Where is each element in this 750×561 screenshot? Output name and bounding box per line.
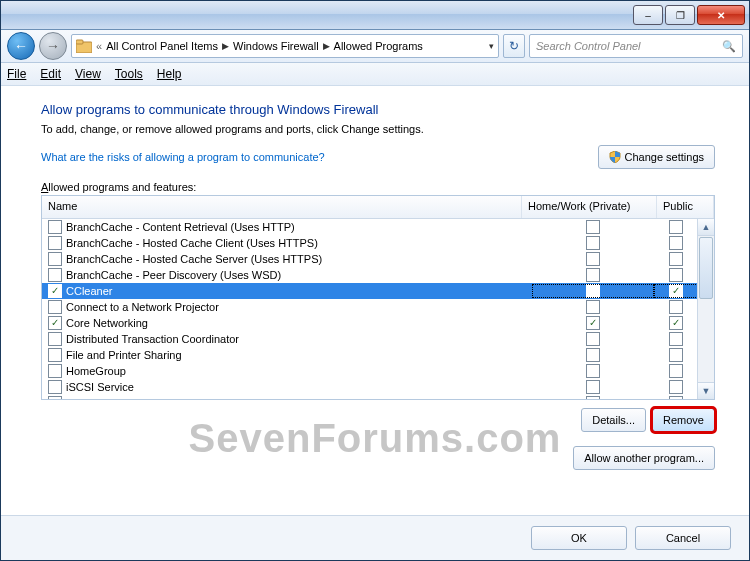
checkbox[interactable]	[669, 396, 683, 399]
window-frame: – ❐ ✕ ← → « All Control Panel Items ▶ Wi…	[0, 0, 750, 561]
chevron-down-icon[interactable]: ▾	[489, 41, 494, 51]
row-label: Media Center Extenders	[66, 397, 185, 399]
checkbox[interactable]	[669, 220, 683, 234]
breadcrumb-prefix: «	[96, 40, 102, 52]
page-title: Allow programs to communicate through Wi…	[41, 102, 715, 117]
control-panel-icon	[76, 39, 92, 53]
table-row[interactable]: BranchCache - Content Retrieval (Uses HT…	[42, 219, 698, 235]
checkbox[interactable]	[48, 252, 62, 266]
menu-help[interactable]: Help	[157, 67, 182, 81]
list-header: Name Home/Work (Private) Public	[42, 196, 714, 219]
table-row[interactable]: BranchCache - Hosted Cache Client (Uses …	[42, 235, 698, 251]
checkbox[interactable]	[586, 348, 600, 362]
checkbox[interactable]	[669, 268, 683, 282]
table-row[interactable]: Distributed Transaction Coordinator	[42, 331, 698, 347]
checkbox[interactable]	[669, 332, 683, 346]
menu-file[interactable]: File	[7, 67, 26, 81]
chevron-right-icon[interactable]: ▶	[222, 41, 229, 51]
row-label: BranchCache - Content Retrieval (Uses HT…	[66, 221, 295, 233]
checkbox[interactable]	[586, 332, 600, 346]
checkbox[interactable]	[48, 396, 62, 399]
allow-another-button[interactable]: Allow another program...	[573, 446, 715, 470]
table-row[interactable]: Media Center Extenders	[42, 395, 698, 399]
search-icon: 🔍	[722, 40, 736, 53]
checkbox[interactable]: ✓	[586, 316, 600, 330]
table-row[interactable]: HomeGroup	[42, 363, 698, 379]
checkbox[interactable]: ✓	[669, 316, 683, 330]
checkbox[interactable]	[669, 364, 683, 378]
checkbox[interactable]	[669, 300, 683, 314]
table-row[interactable]: BranchCache - Peer Discovery (Uses WSD)	[42, 267, 698, 283]
checkbox[interactable]	[586, 268, 600, 282]
column-home[interactable]: Home/Work (Private)	[522, 196, 657, 218]
back-button[interactable]: ←	[7, 32, 35, 60]
scroll-down-button[interactable]: ▼	[698, 382, 714, 399]
checkbox[interactable]	[586, 364, 600, 378]
scrollbar[interactable]: ▲ ▼	[697, 219, 714, 399]
checkbox[interactable]	[586, 284, 600, 298]
titlebar: – ❐ ✕	[1, 1, 749, 30]
checkbox[interactable]: ✓	[48, 316, 62, 330]
checkbox[interactable]	[669, 236, 683, 250]
content-area: Allow programs to communicate through Wi…	[1, 86, 749, 515]
checkbox[interactable]	[48, 236, 62, 250]
remove-button[interactable]: Remove	[652, 408, 715, 432]
row-label: Connect to a Network Projector	[66, 301, 219, 313]
checkbox[interactable]	[48, 348, 62, 362]
table-row[interactable]: BranchCache - Hosted Cache Server (Uses …	[42, 251, 698, 267]
checkbox[interactable]	[586, 380, 600, 394]
chevron-right-icon[interactable]: ▶	[323, 41, 330, 51]
menu-tools[interactable]: Tools	[115, 67, 143, 81]
table-row[interactable]: Connect to a Network Projector	[42, 299, 698, 315]
checkbox[interactable]	[586, 220, 600, 234]
checkbox[interactable]	[586, 300, 600, 314]
checkbox[interactable]: ✓	[669, 284, 683, 298]
table-row[interactable]: File and Printer Sharing	[42, 347, 698, 363]
minimize-button[interactable]: –	[633, 5, 663, 25]
checkbox[interactable]	[48, 332, 62, 346]
checkbox[interactable]	[48, 380, 62, 394]
breadcrumb-allowed[interactable]: Allowed Programs	[334, 40, 423, 52]
refresh-button[interactable]: ↻	[503, 34, 525, 58]
menu-view[interactable]: View	[75, 67, 101, 81]
checkbox[interactable]	[48, 364, 62, 378]
checkbox[interactable]	[48, 300, 62, 314]
row-label: CCleaner	[66, 285, 112, 297]
row-label: Core Networking	[66, 317, 148, 329]
table-row[interactable]: ✓Core Networking✓✓	[42, 315, 698, 331]
list-body: BranchCache - Content Retrieval (Uses HT…	[42, 219, 714, 399]
maximize-button[interactable]: ❐	[665, 5, 695, 25]
checkbox[interactable]: ✓	[48, 284, 62, 298]
row-label: BranchCache - Hosted Cache Client (Uses …	[66, 237, 318, 249]
table-row[interactable]: iSCSI Service	[42, 379, 698, 395]
menu-edit[interactable]: Edit	[40, 67, 61, 81]
checkbox[interactable]	[586, 396, 600, 399]
checkbox[interactable]	[48, 220, 62, 234]
group-caption: Allowed programs and features:	[41, 181, 715, 193]
column-public[interactable]: Public	[657, 196, 714, 218]
scroll-up-button[interactable]: ▲	[698, 219, 714, 236]
checkbox[interactable]	[669, 252, 683, 266]
footer: OK Cancel	[1, 515, 749, 560]
search-placeholder: Search Control Panel	[536, 40, 641, 52]
search-input[interactable]: Search Control Panel 🔍	[529, 34, 743, 58]
address-bar[interactable]: « All Control Panel Items ▶ Windows Fire…	[71, 34, 499, 58]
checkbox[interactable]	[669, 348, 683, 362]
risk-link[interactable]: What are the risks of allowing a program…	[41, 151, 325, 163]
change-settings-button[interactable]: Change settings	[598, 145, 716, 169]
checkbox[interactable]	[48, 268, 62, 282]
checkbox[interactable]	[586, 252, 600, 266]
close-button[interactable]: ✕	[697, 5, 745, 25]
cancel-button[interactable]: Cancel	[635, 526, 731, 550]
breadcrumb-all-items[interactable]: All Control Panel Items	[106, 40, 218, 52]
ok-button[interactable]: OK	[531, 526, 627, 550]
breadcrumb-firewall[interactable]: Windows Firewall	[233, 40, 319, 52]
column-name[interactable]: Name	[42, 196, 522, 218]
table-row[interactable]: ✓CCleaner✓	[42, 283, 698, 299]
scroll-thumb[interactable]	[699, 237, 713, 299]
checkbox[interactable]	[586, 236, 600, 250]
details-button[interactable]: Details...	[581, 408, 646, 432]
checkbox[interactable]	[669, 380, 683, 394]
forward-button[interactable]: →	[39, 32, 67, 60]
row-label: File and Printer Sharing	[66, 349, 182, 361]
